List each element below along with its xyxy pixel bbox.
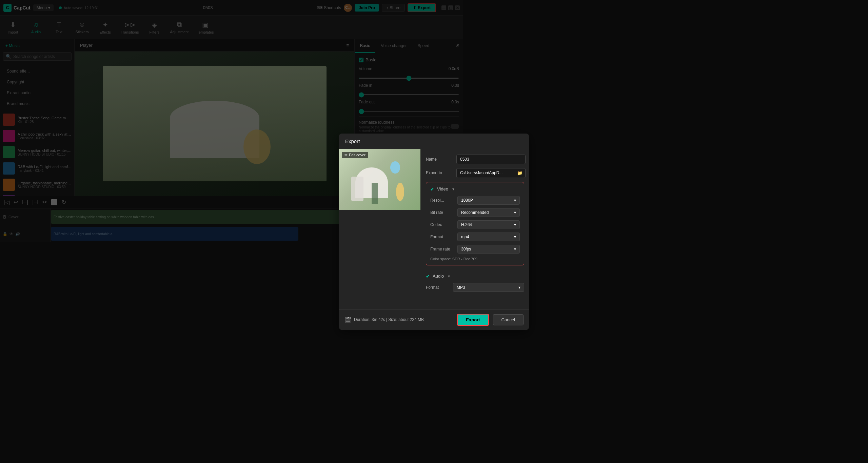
export-to-row: Export to 📁 (426, 168, 463, 178)
frame-rate-label: Frame rate (430, 247, 457, 251)
video-section-label: Video (437, 186, 448, 192)
codec-label: Codec (430, 222, 457, 227)
codec-row: Codec H.264 ▾ (430, 220, 463, 229)
modal-body: ✏ Edit cover Name Export to 📁 (339, 149, 463, 261)
bit-rate-row: Bit rate Recommended ▾ (430, 208, 463, 217)
frame-rate-row: Frame rate 30fps ▾ (430, 245, 463, 254)
video-section: ✔ Video ▾ Resol... 1080P ▾ Bit (426, 182, 463, 261)
resolution-select[interactable]: 1080P ▾ (457, 196, 463, 205)
format-label: Format (430, 235, 457, 239)
export-to-label: Export to (426, 170, 453, 175)
name-label: Name (426, 157, 453, 162)
export-to-input[interactable] (457, 168, 463, 177)
frame-rate-select[interactable]: 30fps ▾ (457, 245, 463, 254)
modal-preview: ✏ Edit cover (339, 149, 420, 261)
edit-cover-button[interactable]: ✏ Edit cover (342, 152, 368, 158)
color-space-info: Color space: SDR - Rec.709 (430, 257, 463, 261)
name-row: Name (426, 155, 463, 164)
video-section-arrow: ▾ (452, 187, 454, 192)
video-check-icon: ✔ (430, 186, 434, 192)
format-select[interactable]: mp4 ▾ (457, 233, 463, 241)
resolution-row: Resol... 1080P ▾ (430, 196, 463, 205)
preview-image: ✏ Edit cover (339, 149, 420, 210)
codec-select[interactable]: H.264 ▾ (457, 220, 463, 229)
name-input[interactable] (456, 155, 463, 164)
scrollable-form: ✔ Video ▾ Resol... 1080P ▾ Bit (426, 182, 463, 261)
resolution-label: Resol... (430, 198, 457, 203)
format-row: Format mp4 ▾ (430, 233, 463, 241)
modal-form: Name Export to 📁 ✔ Video (420, 149, 463, 261)
export-modal: Export ✏ Edit cover (339, 134, 463, 261)
modal-title: Export (339, 134, 463, 149)
bit-rate-label: Bit rate (430, 210, 457, 215)
export-modal-overlay: Export ✏ Edit cover (0, 0, 463, 260)
bit-rate-select[interactable]: Recommended ▾ (457, 208, 463, 217)
video-section-header: ✔ Video ▾ (430, 186, 463, 192)
export-to-input-wrapper: 📁 (456, 168, 463, 178)
